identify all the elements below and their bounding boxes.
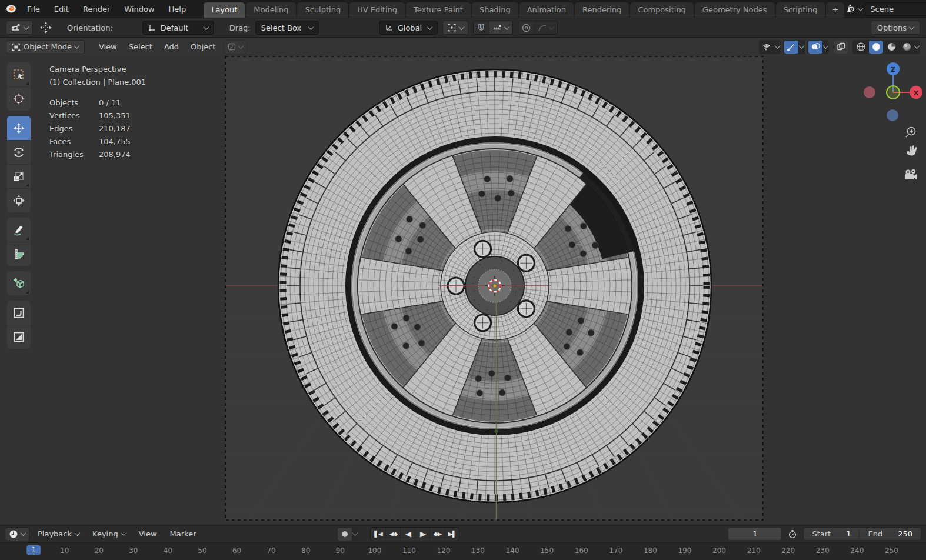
play-reverse-button[interactable]: ◀ (400, 528, 415, 541)
ruler-tick-190[interactable]: 190 (678, 546, 692, 555)
play-button[interactable]: ▶ (415, 528, 429, 541)
mode-dropdown[interactable]: Object Mode (6, 40, 85, 54)
drag-dropdown[interactable]: Select Box (255, 21, 319, 35)
pivot-point-dropdown[interactable] (442, 21, 468, 35)
tab-sculpting[interactable]: Sculpting (297, 2, 348, 18)
material-shading-button[interactable] (884, 41, 898, 54)
ruler-tick-130[interactable]: 130 (471, 546, 485, 555)
viewport-menu-select[interactable]: Select (123, 41, 158, 53)
xray-toggle-button[interactable] (834, 41, 848, 54)
jump-to-start-button[interactable]: ▌◀ (371, 528, 385, 541)
ruler-tick-110[interactable]: 110 (402, 546, 416, 555)
shading-chevron-icon[interactable] (914, 43, 920, 49)
triangle-square-tool[interactable] (7, 325, 31, 349)
wireframe-shading-button[interactable] (854, 41, 868, 54)
corner-curve-tool[interactable] (7, 301, 31, 325)
tab-uv-editing[interactable]: UV Editing (349, 2, 405, 18)
viewport-3d[interactable]: ZX Camera Perspective (1) Collection | P… (0, 56, 926, 525)
ruler-tick-240[interactable]: 240 (850, 546, 864, 555)
rotate-tool[interactable] (7, 140, 31, 164)
selectability-button[interactable] (760, 41, 774, 54)
tab-texture-paint[interactable]: Texture Paint (406, 2, 471, 18)
axis-neg-z-ball[interactable] (887, 109, 898, 121)
topbar-menu-help[interactable]: Help (162, 3, 194, 15)
ruler-tick-220[interactable]: 220 (781, 546, 795, 555)
start-frame-field[interactable]: Start 1 (804, 529, 859, 538)
transform-tool[interactable] (7, 188, 31, 212)
timeline-view-menu[interactable]: View (134, 528, 162, 540)
ruler-tick-180[interactable]: 180 (644, 546, 657, 555)
topbar-menu-file[interactable]: File (20, 3, 47, 15)
scene-name-field[interactable]: Scene (865, 2, 926, 16)
solid-shading-button[interactable] (869, 41, 883, 54)
tab-compositing[interactable]: Compositing (630, 2, 694, 18)
current-frame-indicator[interactable]: 1 (26, 545, 41, 555)
ruler-tick-40[interactable]: 40 (164, 546, 172, 555)
scene-dropdown-chevron-icon[interactable] (858, 5, 864, 11)
topbar-menu-render[interactable]: Render (76, 3, 117, 15)
marker-menu[interactable]: Marker (165, 528, 201, 540)
scene-icon[interactable] (844, 4, 856, 15)
proportional-edit-toggle[interactable] (518, 21, 534, 34)
ruler-tick-250[interactable]: 250 (885, 546, 898, 555)
orientation-dropdown[interactable]: Default (142, 21, 214, 35)
tab-rendering[interactable]: Rendering (575, 2, 629, 18)
ruler-tick-100[interactable]: 100 (368, 546, 381, 555)
jump-to-end-button[interactable]: ▶▌ (444, 528, 459, 541)
keying-menu[interactable]: Keying (88, 528, 131, 540)
ruler-tick-30[interactable]: 30 (129, 546, 138, 555)
show-overlays-button[interactable] (808, 41, 822, 54)
topbar-menu-edit[interactable]: Edit (47, 3, 76, 15)
current-frame-field[interactable]: 1 (728, 527, 782, 541)
ruler-tick-230[interactable]: 230 (816, 546, 830, 555)
tab-scripting[interactable]: Scripting (776, 2, 825, 18)
blender-logo-icon[interactable] (5, 2, 16, 15)
scale-tool[interactable] (7, 164, 31, 188)
auto-keying-button[interactable] (338, 528, 352, 541)
gizmo-chevron-icon[interactable] (799, 43, 805, 49)
add-workspace-button[interactable]: + (826, 2, 844, 18)
tab-layout[interactable]: Layout (204, 2, 245, 18)
ruler-tick-170[interactable]: 170 (609, 546, 622, 555)
tab-animation[interactable]: Animation (519, 2, 574, 18)
options-button[interactable]: Options (871, 21, 920, 35)
ruler-tick-10[interactable]: 10 (60, 546, 69, 555)
viewport-menu-object[interactable]: Object (185, 41, 221, 53)
ruler-tick-20[interactable]: 20 (95, 546, 104, 555)
tab-modeling[interactable]: Modeling (246, 2, 296, 18)
ruler-tick-120[interactable]: 120 (437, 546, 451, 555)
overlays-chevron-icon[interactable] (823, 43, 829, 49)
visibility-chevron-icon[interactable] (775, 43, 781, 49)
active-tool-dropdown[interactable] (6, 21, 33, 35)
end-frame-field[interactable]: End 250 (859, 529, 921, 538)
viewport-menu-view[interactable]: View (93, 41, 123, 53)
timeline-ruler[interactable]: 1102030405060708090100110120130140150160… (0, 542, 926, 560)
ruler-tick-160[interactable]: 160 (575, 546, 588, 555)
tweak-select-tool[interactable] (7, 62, 31, 86)
proportional-falloff-dropdown[interactable] (534, 21, 557, 34)
ruler-tick-140[interactable]: 140 (506, 546, 519, 555)
next-keyframe-button[interactable]: ◆▶ (429, 528, 444, 541)
keying-set-chevron-icon[interactable] (352, 530, 358, 536)
mode-transfer-dropdown[interactable] (224, 40, 247, 54)
ruler-tick-210[interactable]: 210 (747, 546, 761, 555)
ruler-tick-90[interactable]: 90 (336, 546, 345, 555)
annotate-tool[interactable] (7, 218, 31, 242)
playback-menu[interactable]: Playback (33, 528, 84, 540)
rendered-shading-button[interactable] (900, 41, 914, 54)
move-tool[interactable] (7, 116, 31, 140)
use-preview-range-button[interactable] (785, 528, 800, 541)
snap-toggle-button[interactable] (474, 21, 489, 34)
tab-shading[interactable]: Shading (472, 2, 518, 18)
editor-type-dropdown[interactable] (5, 527, 29, 541)
ruler-tick-200[interactable]: 200 (712, 546, 726, 555)
axis-y-ball[interactable] (887, 86, 900, 99)
ruler-tick-70[interactable]: 70 (267, 546, 275, 555)
cursor-tool[interactable] (7, 86, 31, 111)
previous-keyframe-button[interactable]: ◀◆ (385, 528, 400, 541)
topbar-menu-window[interactable]: Window (117, 3, 161, 15)
ruler-tick-60[interactable]: 60 (232, 546, 241, 555)
ruler-tick-80[interactable]: 80 (301, 546, 310, 555)
move-gizmo-icon[interactable] (38, 21, 54, 34)
tab-geometry-nodes[interactable]: Geometry Nodes (695, 2, 775, 18)
